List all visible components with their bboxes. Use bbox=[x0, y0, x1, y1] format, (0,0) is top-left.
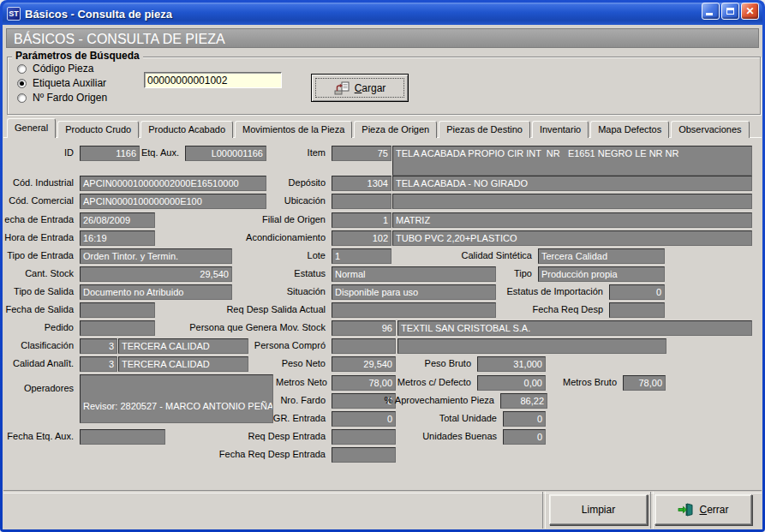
gr-entrada-value: 0 bbox=[332, 411, 396, 427]
tab-mapa-defectos[interactable]: Mapa Defectos bbox=[590, 121, 669, 138]
req-desp-entrada-value bbox=[332, 429, 396, 445]
pedido-label: Pedido bbox=[0, 320, 77, 335]
search-group-legend: Parámetros de Búsqueda bbox=[12, 50, 143, 62]
tab-piezas-destino[interactable]: Piezas de Destino bbox=[439, 121, 530, 138]
ubicacion-label: Ubicación bbox=[257, 194, 329, 208]
fecha-req-desp-label: Fecha Req Desp bbox=[505, 302, 607, 317]
titlebar-close-button[interactable]: ✕ bbox=[741, 3, 759, 20]
minimize-icon bbox=[706, 13, 713, 15]
load-icon bbox=[334, 81, 350, 95]
operadores-line-1: Revisor: 2820527 - MARCO ANTONIO PEÑA LO bbox=[83, 400, 270, 412]
cargar-button[interactable]: Cargar bbox=[311, 74, 409, 102]
estatus-importacion-label: Estatus de Importación bbox=[475, 284, 607, 299]
calidad-analit-value: 3 bbox=[80, 356, 117, 372]
metros-neto-label: Metros Neto bbox=[276, 375, 329, 390]
peso-neto-label: Peso Neto bbox=[257, 356, 329, 371]
cod-industrial-label: Cód. Industrial bbox=[0, 176, 77, 190]
tab-producto-acabado[interactable]: Producto Acabado bbox=[140, 121, 233, 138]
tab-inventario[interactable]: Inventario bbox=[532, 121, 589, 138]
persona-genera-desc: TEXTIL SAN CRISTOBAL S.A. bbox=[397, 320, 752, 336]
peso-bruto-value: 31,000 bbox=[477, 356, 546, 372]
fecha-entrada-label: echa de Entrada bbox=[0, 212, 77, 227]
fecha-entrada-value: 26/08/2009 bbox=[80, 212, 155, 228]
ubicacion-value bbox=[332, 194, 391, 209]
lote-label: Lote bbox=[283, 248, 329, 263]
deposito-desc: TELA ACABADA - NO GIRADO bbox=[392, 176, 752, 191]
metros-defecto-value: 0,00 bbox=[477, 375, 546, 391]
calidad-analit-desc: TERCERA CALIDAD bbox=[118, 356, 248, 372]
tab-general[interactable]: General bbox=[7, 118, 56, 138]
tipo-label: Tipo bbox=[480, 266, 535, 281]
radio-etiqueta-auxiliar[interactable]: Etiqueta Auxiliar bbox=[17, 77, 106, 89]
page-title: BÁSICOS - CONSULTA DE PIEZA bbox=[6, 28, 759, 48]
persona-compro-label: Persona Compró bbox=[206, 338, 329, 353]
persona-compro-desc bbox=[397, 338, 666, 354]
persona-genera-value: 96 bbox=[332, 320, 396, 336]
id-label: ID bbox=[0, 146, 77, 160]
fecha-salida-value bbox=[80, 302, 155, 318]
cant-stock-value: 29,540 bbox=[80, 266, 232, 282]
peso-bruto-label: Peso Bruto bbox=[403, 356, 475, 371]
cod-comercial-label: Cód. Comercial bbox=[0, 194, 77, 208]
cerrar-button[interactable]: Cerrar bbox=[654, 494, 752, 525]
metros-defecto-label: Metros c/ Defecto bbox=[385, 375, 475, 390]
app-logo-icon: ST bbox=[7, 7, 21, 21]
tipo-salida-label: Tipo de Salida bbox=[0, 284, 77, 299]
calidad-sintetica-value: Tercera Calidad bbox=[538, 248, 665, 264]
minimize-button[interactable] bbox=[702, 3, 720, 20]
exit-door-icon bbox=[678, 503, 694, 517]
footer-divider-left bbox=[542, 492, 546, 529]
filial-origen-desc: MATRIZ bbox=[392, 212, 752, 228]
hora-entrada-value: 16:19 bbox=[80, 230, 155, 246]
total-unidade-label: Total Unidade bbox=[411, 411, 500, 426]
tab-producto-crudo[interactable]: Producto Crudo bbox=[57, 121, 139, 138]
nro-fardo-label: Nro. Fardo bbox=[276, 393, 329, 408]
pedido-value bbox=[80, 320, 155, 336]
tab-movimientos-pieza[interactable]: Movimientos de la Pieza bbox=[235, 121, 352, 138]
cargar-button-label: Cargar bbox=[355, 82, 386, 94]
deposito-value: 1304 bbox=[332, 176, 391, 191]
req-desp-entrada-label: Req Desp Entrada bbox=[231, 429, 329, 444]
hora-entrada-label: Hora de Entrada bbox=[0, 230, 77, 245]
etq-aux-label: Etq. Aux. bbox=[127, 146, 182, 160]
radio-button-icon bbox=[17, 79, 27, 88]
radio-button-icon bbox=[17, 64, 27, 74]
tab-pieza-origen[interactable]: Pieza de Origen bbox=[354, 121, 437, 138]
titlebar[interactable]: ST Básicos - Consulta de pieza bbox=[3, 3, 762, 25]
tipo-value: Producción propia bbox=[538, 266, 665, 282]
tab-observaciones[interactable]: Observaciones bbox=[671, 121, 749, 138]
metros-bruto-value: 78,00 bbox=[623, 375, 666, 391]
req-desp-salida-actual-label: Req Desp Salida Actual bbox=[206, 302, 329, 317]
operadores-label: Operadores bbox=[0, 381, 77, 396]
estatus-value: Normal bbox=[332, 266, 496, 282]
fecha-req-desp-entrada-label: Fecha Req Desp Entrada bbox=[197, 447, 329, 462]
search-input[interactable] bbox=[144, 72, 282, 88]
operadores-value: Revisor: 2820527 - MARCO ANTONIO PEÑA LO… bbox=[80, 374, 273, 423]
metros-bruto-label: Metros Bruto bbox=[548, 375, 620, 390]
maximize-button[interactable] bbox=[721, 3, 739, 20]
situacion-label: Situación bbox=[257, 284, 329, 299]
req-desp-salida-actual-value bbox=[332, 302, 496, 318]
fecha-req-desp-value bbox=[609, 302, 665, 318]
tab-strip: General Producto Crudo Producto Acabado … bbox=[7, 119, 751, 138]
tipo-salida-value: Documento no Atribuido bbox=[80, 284, 232, 300]
peso-neto-value: 29,540 bbox=[332, 356, 396, 372]
application-window: ST Básicos - Consulta de pieza ✕ BÁSICOS… bbox=[0, 0, 765, 532]
estatus-importacion-value: 0 bbox=[609, 284, 665, 300]
clasificacion-value: 3 bbox=[80, 338, 117, 354]
estatus-label: Estatus bbox=[257, 266, 329, 281]
calidad-analit-label: Calidad Analît. bbox=[0, 356, 77, 371]
window-title: Básicos - Consulta de pieza bbox=[25, 8, 172, 21]
cod-comercial-value: APCIN0000100000000E100 bbox=[80, 194, 266, 209]
situacion-value: Disponible para uso bbox=[332, 284, 496, 300]
tipo-entrada-label: Tipo de Entrada bbox=[0, 248, 77, 263]
radio-fardo-origen[interactable]: Nº Fardo Origen bbox=[17, 92, 107, 104]
deposito-label: Depósito bbox=[257, 176, 329, 190]
radio-codigo-pieza[interactable]: Código Pieza bbox=[17, 63, 93, 75]
persona-compro-value bbox=[332, 338, 396, 354]
aprovechamiento-label: % Aprovechamiento Pieza bbox=[373, 393, 498, 408]
radio-button-icon bbox=[17, 93, 27, 103]
footer-separator bbox=[3, 490, 762, 493]
etq-aux-value: L000001166 bbox=[185, 146, 266, 161]
limpiar-button[interactable]: Limpiar bbox=[549, 494, 648, 525]
